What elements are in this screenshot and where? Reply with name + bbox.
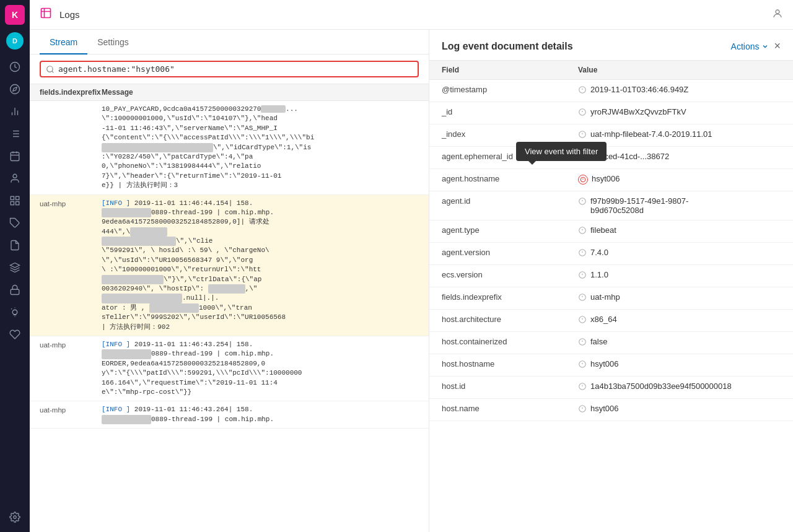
- layers-icon[interactable]: [5, 258, 25, 277]
- filter-icon[interactable]: [578, 108, 587, 118]
- tag-icon[interactable]: [5, 213, 25, 233]
- close-button[interactable]: ×: [774, 40, 781, 53]
- svg-point-27: [12, 310, 17, 315]
- message-column-header: Message: [102, 88, 419, 97]
- field-column-header: fields.indexprefix: [40, 88, 102, 97]
- svg-point-16: [13, 174, 17, 178]
- lock-icon[interactable]: [5, 280, 25, 300]
- log-row[interactable]: uat-mhp [INFO ] 2019-11-01 11:46:43.264|…: [30, 401, 429, 429]
- detail-field-name: @timestamp: [442, 85, 578, 94]
- log-field: uat-mhp: [40, 340, 102, 397]
- detail-field-name: host.name: [442, 404, 578, 413]
- log-message: [INFO ] 2019-11-01 11:46:44.154| 158. 08…: [102, 199, 419, 332]
- filter-icon[interactable]: [578, 382, 587, 393]
- detail-row-host-hostname: host.hostname hsyt006: [429, 354, 793, 377]
- filter-icon[interactable]: [578, 197, 587, 207]
- panel-title: Log event document details: [442, 41, 573, 52]
- filter-icon[interactable]: [578, 293, 587, 303]
- detail-row-ecs-version: ecs.version 1.1.0: [429, 265, 793, 287]
- log-row[interactable]: uat-mhp [INFO ] 2019-11-01 11:46:44.154|…: [30, 195, 429, 336]
- filter-icon-highlighted[interactable]: [578, 175, 588, 185]
- detail-field-value: hsyt006: [578, 174, 781, 185]
- svg-line-31: [52, 71, 54, 72]
- svg-rect-12: [11, 152, 19, 161]
- grid-icon[interactable]: [5, 191, 25, 211]
- list-icon[interactable]: [5, 124, 25, 144]
- svg-point-29: [776, 10, 779, 14]
- filter-icon[interactable]: [578, 152, 587, 163]
- detail-field-name: _id: [442, 107, 578, 116]
- page-title: Logs: [59, 9, 80, 20]
- user-avatar[interactable]: D: [6, 32, 24, 50]
- right-panel-header: Log event document details Actions ×: [429, 30, 793, 61]
- filter-icon[interactable]: [578, 360, 587, 370]
- detail-field-value: 7.4.0: [578, 248, 781, 259]
- detail-field-name: agent.hostname: [442, 174, 578, 183]
- document-icon[interactable]: [5, 235, 25, 255]
- content-area: Stream Settings fields.indexprefix Messa…: [30, 30, 793, 532]
- right-panel: Log event document details Actions × Fie…: [429, 30, 793, 532]
- search-input-wrapper: [40, 61, 419, 77]
- settings-icon[interactable]: [5, 507, 25, 527]
- detail-field-value: 1a4b13ba7500d09b33ee94f500000018: [578, 382, 781, 393]
- svg-rect-18: [16, 196, 19, 199]
- detail-row-host-arch: host.architecture x86_64: [429, 310, 793, 332]
- calendar-icon[interactable]: [5, 146, 25, 166]
- filter-icon[interactable]: [578, 338, 587, 348]
- filter-icon[interactable]: [578, 226, 587, 237]
- detail-row-id: _id yroRJW4BwXzQvvzbFTkV: [429, 102, 793, 124]
- detail-row-agent-type: agent.type filebeat: [429, 220, 793, 243]
- chart-icon[interactable]: [5, 102, 25, 121]
- user-icon: [772, 8, 783, 21]
- detail-field-name: agent.type: [442, 225, 578, 235]
- detail-field-value: false: [578, 337, 781, 348]
- filter-icon[interactable]: [578, 130, 587, 141]
- svg-point-1: [11, 85, 20, 94]
- person-icon[interactable]: [5, 168, 25, 188]
- log-message: [INFO ] 2019-11-01 11:46:43.264| 158. 08…: [102, 405, 419, 424]
- compass-icon[interactable]: [5, 79, 25, 99]
- log-field: uat-mhp: [40, 405, 102, 424]
- app-logo: K: [5, 5, 25, 25]
- detail-field-name: agent.ephemeral_id: [442, 152, 578, 161]
- detail-field-name: host.hostname: [442, 359, 578, 368]
- details-table: Field Value @timestamp 2019-11-01T03:46:…: [429, 61, 793, 532]
- log-message: [INFO ] 2019-11-01 11:46:43.254| 158. 08…: [102, 340, 419, 397]
- filter-icon[interactable]: [578, 404, 587, 415]
- filter-icon[interactable]: [578, 248, 587, 259]
- svg-line-26: [11, 308, 12, 309]
- detail-field-value: 2019-11-01T03:46:46.949Z: [578, 85, 781, 96]
- svg-rect-19: [11, 202, 14, 205]
- filter-icon[interactable]: [578, 85, 587, 96]
- svg-marker-22: [11, 263, 20, 268]
- search-input[interactable]: [58, 64, 413, 74]
- detail-field-name: agent.id: [442, 196, 578, 206]
- search-icon: [46, 65, 55, 74]
- heart-icon[interactable]: [5, 325, 25, 344]
- detail-field-name: host.architecture: [442, 315, 578, 324]
- bulb-icon[interactable]: [5, 302, 25, 322]
- tab-stream[interactable]: Stream: [40, 30, 87, 55]
- filter-icon[interactable]: [578, 315, 587, 326]
- log-message: 10_PAY_PAYCARD,9cdca0a41572500000329270x…: [102, 105, 419, 191]
- value-header: Value: [578, 66, 781, 74]
- tab-settings[interactable]: Settings: [87, 30, 139, 55]
- sidebar: K D: [0, 0, 30, 532]
- detail-field-name: ecs.version: [442, 270, 578, 279]
- detail-field-name: host.containerized: [442, 337, 578, 346]
- table-header: fields.indexprefix Message: [30, 84, 429, 101]
- clock-icon[interactable]: [5, 57, 25, 77]
- detail-field-value: hsyt006: [578, 404, 781, 415]
- log-row[interactable]: 10_PAY_PAYCARD,9cdca0a41572500000329270x…: [30, 101, 429, 195]
- details-header: Field Value: [429, 61, 793, 80]
- log-row[interactable]: uat-mhp [INFO ] 2019-11-01 11:46:43.254|…: [30, 336, 429, 401]
- actions-button[interactable]: Actions: [731, 41, 769, 51]
- tabs: Stream Settings: [30, 30, 429, 55]
- detail-row-host-id: host.id 1a4b13ba7500d09b33ee94f500000018: [429, 377, 793, 399]
- svg-marker-2: [13, 87, 17, 91]
- detail-row-host-containerized: host.containerized false: [429, 332, 793, 354]
- detail-field-value: x86_64: [578, 315, 781, 326]
- filter-icon[interactable]: [578, 271, 587, 281]
- detail-field-value: f97b99b9-1517-49e1-9807-b9d670c5208d: [578, 196, 781, 215]
- field-header: Field: [442, 66, 578, 74]
